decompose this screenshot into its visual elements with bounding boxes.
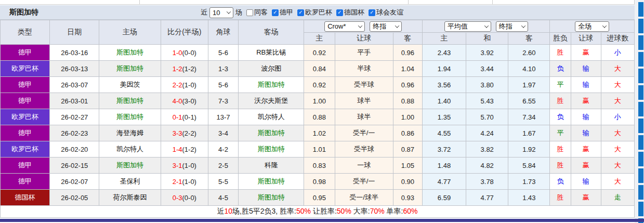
home-team[interactable]: 荷尔斯泰因	[99, 190, 161, 206]
score-cell: 0-1(0-1)	[161, 109, 208, 125]
away-team[interactable]: 凯尔特人	[239, 109, 304, 125]
checkbox-unchecked-icon[interactable]	[246, 9, 253, 16]
col-header-score: 比分(半场)	[161, 20, 208, 45]
fulltime-score: 0-1	[173, 113, 182, 121]
filter-checkbox[interactable]: ✓德国杯	[336, 8, 364, 17]
result-outcome: 胜	[550, 141, 571, 158]
euro-home-odds: 1.94	[422, 61, 466, 77]
scope-select[interactable]: 全场	[575, 21, 609, 32]
league-badge: 德甲	[1, 45, 50, 61]
euro-home-odds: 4.77	[422, 174, 466, 190]
summary-segment: 50%	[337, 207, 351, 215]
filter-checkbox[interactable]: ✓德甲	[272, 8, 293, 17]
fulltime-score: 2-2	[173, 81, 182, 89]
summary-segment: 让胜率:	[311, 207, 337, 215]
result-goals: 大	[601, 141, 634, 158]
away-team[interactable]: 斯图加特	[239, 190, 304, 206]
score-cell: 4-0(3-0)	[161, 93, 208, 109]
away-team[interactable]: 斯图加特	[239, 174, 304, 190]
home-team[interactable]: 斯图加特	[99, 93, 161, 109]
near-label: 近	[201, 8, 207, 17]
date-cell: 26-03-07	[50, 77, 99, 93]
corner-cell: 13-7	[208, 109, 238, 125]
home-team[interactable]: 斯图加特	[99, 158, 161, 174]
table-row: 德国杯26-02-05荷尔斯泰因0-3(0-0)4-5斯图加特0.95受一/球半…	[1, 190, 635, 206]
handicap-index-type-select[interactable]: 终指	[370, 21, 402, 32]
filter-bar: 近 10 场 同客✓德甲✓欧罗巴杯✓德国杯✓球会友谊	[201, 7, 403, 18]
halftime-score: (1-0)	[182, 81, 196, 89]
handicap-line: 受半球	[335, 77, 393, 93]
handicap-line: 球半	[335, 109, 393, 125]
halftime-score: (3-0)	[182, 97, 196, 105]
filter-checkbox[interactable]: ✓球会友谊	[369, 8, 403, 17]
away-team[interactable]: 斯图加特	[239, 141, 304, 158]
date-cell: 26-02-23	[50, 125, 99, 141]
result-goals: 走	[601, 190, 634, 206]
result-handicap: 赢	[571, 141, 601, 158]
handicap-away-odds: 0.96	[393, 77, 422, 93]
away-team[interactable]: 斯图加特	[239, 125, 304, 141]
table-row: 德甲26-03-16斯图加特1-0(0-0)5-6RB莱比锡0.92平手0.96…	[1, 45, 635, 61]
euro-away-odds: 1.97	[508, 77, 550, 93]
result-goals: 大	[601, 61, 634, 77]
euro-away-odds: 7.34	[508, 109, 550, 125]
col-header-euro-away: 客	[508, 33, 550, 45]
home-team[interactable]: 美因茨	[99, 77, 161, 93]
away-team[interactable]: 波尔图	[239, 61, 304, 77]
home-team[interactable]: 斯图加特	[99, 45, 161, 61]
handicap-line: 受一/球半	[335, 190, 393, 206]
page-title: 斯图加特	[9, 8, 38, 17]
col-header-euro-draw: 和	[466, 33, 508, 45]
chevron-down-icon	[395, 23, 399, 28]
handicap-away-odds: 1.05	[393, 158, 422, 174]
score-cell: 1-2(1-2)	[161, 61, 208, 77]
away-team[interactable]: 沃尔夫斯堡	[239, 93, 304, 109]
result-goals: 大	[601, 174, 634, 190]
filter-checkbox[interactable]: 同客	[246, 8, 268, 17]
away-team[interactable]: 科隆	[239, 158, 304, 174]
matches-count-select[interactable]: 10	[209, 7, 233, 18]
handicap-away-odds: 0.88	[393, 93, 422, 109]
score-cell: 2-2(1-0)	[161, 77, 208, 93]
result-goals: 大	[601, 93, 634, 109]
euro-away-odds: 1.92	[508, 141, 550, 158]
euro-index-type-select[interactable]: 终指	[496, 21, 528, 32]
away-team[interactable]: RB莱比锡	[239, 45, 304, 61]
home-team[interactable]: 斯图加特	[99, 61, 161, 77]
result-handicap: 输	[571, 109, 601, 125]
fulltime-score: 0-3	[173, 194, 182, 202]
divider	[139, 0, 140, 4]
home-team[interactable]: 斯图加特	[99, 109, 161, 125]
checkbox-checked-icon[interactable]: ✓	[297, 9, 304, 16]
result-outcome: 胜	[550, 93, 571, 109]
result-handicap: 输	[571, 61, 601, 77]
home-team[interactable]: 圣保利	[99, 174, 161, 190]
filter-checkbox[interactable]: ✓欧罗巴杯	[297, 8, 332, 17]
euro-company-select[interactable]: 平均值	[444, 21, 491, 32]
euro-home-odds: 3.56	[422, 77, 466, 93]
table-row: 欧罗巴杯26-03-13斯图加特1-2(1-2)1-3波尔图0.84半球1.04…	[1, 61, 635, 77]
handicap-line: 球半	[335, 93, 393, 109]
matches-label: 场	[235, 8, 242, 17]
right-edge-blue-strip	[638, 2, 643, 223]
euro-draw-odds: 4.77	[466, 190, 508, 206]
halftime-score: (1-2)	[182, 146, 196, 153]
halftime-score: (0-1)	[182, 113, 196, 121]
summary-stats: 近10场,胜5平2负3, 胜率:50% 让胜率:50% 大率:70% 单率:60…	[1, 206, 635, 218]
away-team[interactable]: 斯图加特	[239, 77, 304, 93]
corner-cell: 4-5	[208, 190, 238, 206]
summary-segment: 70%	[370, 207, 385, 215]
checkbox-checked-icon[interactable]: ✓	[272, 9, 279, 16]
score-cell: 3-3(2-2)	[161, 125, 208, 141]
halftime-score: (0-0)	[182, 49, 196, 57]
handicap-line: 受半球	[335, 141, 393, 158]
corner-cell: 2-5	[208, 158, 238, 174]
handicap-company-select[interactable]: Crow*	[324, 21, 365, 32]
handicap-home-odds: 0.83	[304, 158, 335, 174]
date-cell: 26-03-16	[50, 45, 99, 61]
checkbox-checked-icon[interactable]: ✓	[336, 9, 343, 16]
handicap-home-odds: 0.92	[304, 45, 335, 61]
home-team[interactable]: 凯尔特人	[99, 141, 161, 158]
home-team[interactable]: 海登海姆	[99, 125, 161, 141]
checkbox-checked-icon[interactable]: ✓	[369, 9, 375, 16]
